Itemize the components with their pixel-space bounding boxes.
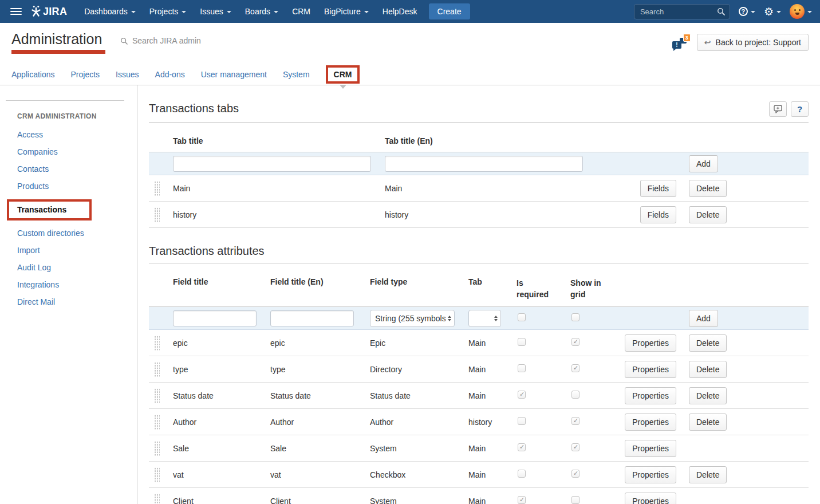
section-divider — [149, 122, 809, 123]
feedback-button[interactable] — [769, 101, 787, 117]
avatar — [790, 4, 805, 19]
show-in-grid-checkbox — [571, 496, 579, 504]
nav-bigpicture[interactable]: BigPicture — [317, 3, 376, 19]
col-show-in-grid: Show in grid — [570, 277, 606, 300]
notification-badge: 3 — [683, 34, 691, 42]
chevron-down-icon — [227, 11, 231, 13]
sidebar-section-title: CRM ADMINISTRATION — [17, 112, 137, 120]
tab-crm[interactable]: CRM — [326, 64, 360, 85]
sidebar-item-integrations[interactable]: Integrations — [17, 280, 59, 289]
properties-button[interactable]: Properties — [625, 361, 676, 378]
admin-search-input[interactable] — [131, 36, 257, 46]
properties-button[interactable]: Properties — [625, 466, 676, 483]
sidebar-item-direct-mail[interactable]: Direct Mail — [17, 297, 55, 306]
sidebar-item-audit-log[interactable]: Audit Log — [17, 263, 51, 272]
show-in-grid-checkbox — [571, 470, 579, 478]
is-required-checkbox — [518, 391, 526, 399]
drag-handle-icon[interactable] — [154, 441, 160, 456]
annotation-box-transactions: Transactions — [7, 199, 92, 220]
drag-handle-icon[interactable] — [154, 362, 160, 377]
properties-button[interactable]: Properties — [625, 493, 676, 504]
back-to-project-button[interactable]: ↩ Back to project: Support — [697, 34, 809, 51]
create-button[interactable]: Create — [429, 3, 470, 19]
nav-issues[interactable]: Issues — [193, 3, 238, 19]
new-field-title-input[interactable] — [173, 310, 257, 326]
drag-handle-icon[interactable] — [154, 336, 160, 351]
field-title: vat — [169, 470, 267, 479]
notifications-icon[interactable]: ! 3 — [672, 35, 689, 50]
new-tab-title-en-input[interactable] — [385, 156, 583, 172]
nav-boards[interactable]: Boards — [238, 3, 285, 19]
col-is-required: Is required — [517, 277, 552, 300]
new-field-title-en-input[interactable] — [270, 310, 354, 326]
drag-handle-icon[interactable] — [154, 467, 160, 482]
sidebar-item-products[interactable]: Products — [17, 182, 49, 191]
delete-button[interactable]: Delete — [689, 334, 727, 352]
nav-crm[interactable]: CRM — [285, 3, 317, 19]
add-attribute-button[interactable]: Add — [689, 310, 718, 327]
help-menu[interactable]: ? — [739, 7, 755, 16]
delete-button[interactable]: Delete — [689, 180, 727, 197]
attribute-row-type: type type Directory Main Properties Dele… — [149, 356, 809, 383]
show-in-grid-checkbox — [571, 364, 579, 372]
sidebar-item-custom-directories[interactable]: Custom directories — [17, 229, 84, 238]
nav-helpdesk[interactable]: HelpDesk — [376, 3, 424, 19]
drag-handle-icon[interactable] — [154, 388, 160, 403]
jira-logo[interactable]: JIRA — [30, 5, 67, 18]
drag-handle-icon[interactable] — [154, 415, 160, 430]
drag-handle-icon[interactable] — [154, 207, 160, 222]
is-required-checkbox — [518, 338, 526, 346]
delete-button[interactable]: Delete — [689, 206, 727, 223]
fields-button[interactable]: Fields — [640, 206, 676, 223]
navbar-search-input[interactable] — [639, 7, 708, 17]
sidebar-item-companies[interactable]: Companies — [17, 147, 58, 156]
nav-projects[interactable]: Projects — [143, 3, 194, 19]
fields-button[interactable]: Fields — [640, 180, 676, 197]
properties-button[interactable]: Properties — [625, 440, 676, 457]
navbar-search-box[interactable] — [634, 4, 730, 19]
tab-system[interactable]: System — [283, 64, 310, 85]
sidebar-item-import[interactable]: Import — [17, 246, 40, 255]
chevron-down-icon — [182, 11, 186, 13]
delete-button[interactable]: Delete — [689, 361, 727, 378]
new-tab-title-input[interactable] — [173, 156, 371, 172]
new-is-required-checkbox[interactable] — [518, 313, 526, 321]
delete-button[interactable]: Delete — [689, 466, 727, 483]
field-title: Sale — [169, 444, 267, 453]
tab-issues[interactable]: Issues — [116, 64, 139, 85]
show-in-grid-checkbox — [571, 443, 579, 451]
chevron-down-icon — [751, 11, 755, 13]
admin-settings-menu[interactable]: ⚙ — [764, 6, 781, 17]
field-type-select[interactable]: String (255 symbols — [370, 310, 455, 327]
admin-search[interactable] — [120, 36, 257, 46]
new-show-in-grid-checkbox[interactable] — [571, 313, 579, 321]
delete-button[interactable]: Delete — [689, 414, 727, 431]
tab-applications[interactable]: Applications — [11, 64, 55, 85]
nav-dashboards[interactable]: Dashboards — [77, 3, 143, 19]
field-type: Checkbox — [366, 470, 465, 479]
sidebar-item-contacts[interactable]: Contacts — [17, 164, 49, 174]
delete-button[interactable]: Delete — [689, 387, 727, 404]
tab-projects[interactable]: Projects — [71, 64, 100, 85]
properties-button[interactable]: Properties — [625, 387, 676, 404]
back-to-project-label: Back to project: Support — [716, 38, 801, 47]
drag-handle-icon[interactable] — [154, 181, 160, 196]
field-type: Status date — [366, 391, 465, 400]
user-profile-menu[interactable] — [790, 4, 812, 19]
sidebar-item-transactions[interactable]: Transactions — [17, 205, 66, 214]
properties-button[interactable]: Properties — [625, 334, 676, 352]
hamburger-menu-icon[interactable] — [10, 8, 22, 15]
attributes-section-title: Transactions attributes — [149, 244, 809, 258]
chevron-down-icon — [776, 11, 781, 13]
properties-button[interactable]: Properties — [625, 414, 676, 431]
tab-add-ons[interactable]: Add-ons — [155, 64, 185, 85]
add-tab-button[interactable]: Add — [689, 155, 718, 172]
show-in-grid-checkbox — [571, 417, 579, 425]
tab-user-management[interactable]: User management — [201, 64, 267, 85]
search-icon — [120, 37, 128, 45]
drag-handle-icon[interactable] — [154, 494, 160, 504]
tab-select[interactable] — [468, 310, 501, 327]
tabs-section-title: Transactions tabs — [149, 101, 239, 115]
sidebar-item-access[interactable]: Access — [17, 130, 43, 139]
help-button[interactable]: ? — [791, 101, 809, 117]
